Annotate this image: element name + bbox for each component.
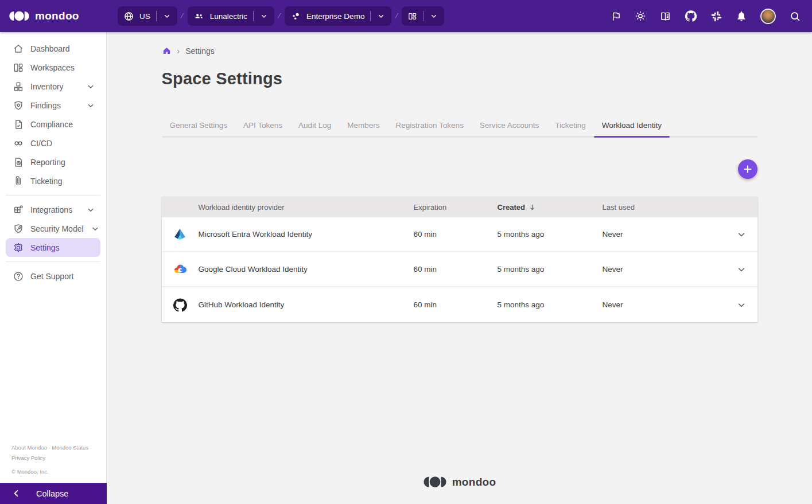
organization-icon [193, 10, 205, 22]
tab-ticketing[interactable]: Ticketing [547, 121, 594, 138]
last-used-value: Never [603, 300, 725, 309]
breadcrumb-home-icon[interactable] [162, 46, 172, 56]
breadcrumb-current: Settings [185, 46, 215, 56]
column-header-provider[interactable]: Workload identity provider [199, 203, 414, 212]
space-selector[interactable]: Enterprise Demo [285, 6, 391, 26]
tab-general-settings[interactable]: General Settings [162, 121, 236, 138]
sidebar-item-dashboard[interactable]: Dashboard [6, 39, 100, 58]
table-header-row: Workload identity provider Expiration Cr… [162, 197, 757, 217]
sidebar-item-workspaces[interactable]: Workspaces [6, 58, 100, 77]
shield-wrench-icon [13, 223, 24, 235]
shield-bug-icon [13, 100, 24, 111]
github-icon[interactable] [685, 10, 697, 22]
sidebar-footer: About Mondoo · Mondoo Status · Privacy P… [0, 443, 106, 483]
sidebar-item-findings[interactable]: Findings [6, 96, 100, 115]
expand-row-chevron-icon[interactable] [736, 264, 747, 275]
tab-api-tokens[interactable]: API Tokens [235, 121, 290, 138]
link-separator: · [90, 444, 92, 451]
sidebar-divider [6, 195, 100, 196]
workspace-grid-icon [407, 11, 417, 21]
sidebar-item-label: Workspaces [30, 63, 75, 72]
table-row-microsoft-entra[interactable]: Microsoft Entra Workload Identity 60 min… [162, 217, 757, 252]
brand-name: mondoo [35, 10, 79, 22]
pill-divider [370, 11, 371, 21]
sidebar-item-compliance[interactable]: Compliance [6, 115, 100, 134]
space-label: Enterprise Demo [306, 12, 364, 21]
chevron-left-icon [11, 489, 21, 498]
page-title: Space Settings [162, 69, 757, 88]
mondoo-status-link[interactable]: Mondoo Status [52, 444, 88, 451]
table-row-github[interactable]: GitHub Workload Identity 60 min 5 months… [162, 287, 757, 322]
chevron-down-icon [90, 224, 100, 234]
expiration-value: 60 min [414, 265, 498, 274]
about-mondoo-link[interactable]: About Mondoo [11, 444, 47, 451]
selector-separator: ⁄ [277, 12, 282, 20]
sidebar-item-ticketing[interactable]: Ticketing [6, 171, 100, 190]
expand-row-chevron-icon[interactable] [736, 299, 747, 311]
chevron-down-icon [86, 100, 96, 111]
sidebar-item-label: Settings [30, 243, 60, 252]
user-avatar[interactable] [760, 9, 776, 24]
slack-icon[interactable] [710, 10, 722, 22]
breadcrumb: › Settings [162, 46, 757, 56]
sidebar-item-security-model[interactable]: Security Model [6, 219, 100, 238]
mondoo-footer-logo-icon [423, 475, 447, 489]
tab-audit-log[interactable]: Audit Log [290, 121, 339, 138]
microsoft-entra-icon [173, 227, 187, 241]
tab-service-accounts[interactable]: Service Accounts [472, 121, 547, 138]
column-header-last-used[interactable]: Last used [603, 203, 725, 212]
search-icon[interactable] [789, 10, 801, 22]
sidebar-item-label: Security Model [30, 224, 84, 233]
sidebar-item-get-support[interactable]: Get Support [6, 267, 100, 286]
expiration-value: 60 min [414, 230, 498, 239]
selector-separator: ⁄ [394, 12, 399, 20]
tab-workload-identity[interactable]: Workload Identity [594, 121, 670, 138]
chevron-down-icon [259, 11, 269, 21]
column-header-created[interactable]: Created [498, 203, 603, 212]
sidebar-item-integrations[interactable]: Integrations [6, 200, 100, 219]
pill-divider [253, 11, 254, 21]
sidebar-item-settings[interactable]: Settings [6, 238, 100, 257]
region-selector[interactable]: US [118, 6, 177, 26]
column-header-expiration[interactable]: Expiration [414, 203, 498, 212]
settings-tabs: General Settings API Tokens Audit Log Me… [162, 121, 757, 138]
topbar-actions [611, 9, 812, 24]
sort-desc-icon [528, 203, 537, 212]
documentation-icon[interactable] [659, 10, 671, 22]
provider-name: Microsoft Entra Workload Identity [199, 230, 414, 239]
collapse-label: Collapse [36, 489, 68, 498]
copyright-text: © Mondoo, Inc. [11, 468, 95, 475]
plus-icon [742, 163, 753, 175]
chevron-down-icon [376, 11, 386, 21]
privacy-policy-link[interactable]: Privacy Policy [11, 455, 45, 461]
tab-members[interactable]: Members [339, 121, 387, 138]
inventory-icon [13, 81, 24, 92]
workload-identity-table: Workload identity provider Expiration Cr… [162, 197, 757, 322]
sidebar: Dashboard Workspaces Inventory Findings … [0, 32, 107, 483]
sidebar-divider [6, 261, 100, 262]
sidebar-item-label: Compliance [30, 120, 73, 129]
sidebar-item-label: CI/CD [30, 139, 52, 148]
mondoo-logo[interactable]: mondoo [0, 10, 107, 22]
help-circle-icon [13, 271, 24, 282]
notifications-icon[interactable] [736, 10, 747, 22]
created-value: 5 months ago [498, 300, 603, 309]
breadcrumb-separator: › [177, 46, 180, 56]
sidebar-item-cicd[interactable]: CI/CD [6, 134, 100, 153]
workspace-selector[interactable] [402, 6, 444, 26]
theme-light-icon[interactable] [635, 10, 646, 22]
space-icon [290, 11, 301, 22]
flag-icon[interactable] [611, 11, 621, 22]
sidebar-item-inventory[interactable]: Inventory [6, 77, 100, 96]
expand-row-chevron-icon[interactable] [736, 229, 747, 240]
provider-name: GitHub Workload Identity [199, 300, 414, 309]
organization-selector[interactable]: Lunalectric [188, 6, 274, 26]
expiration-value: 60 min [414, 300, 498, 309]
table-row-google-cloud[interactable]: Google Cloud Workload Identity 60 min 5 … [162, 252, 757, 287]
sidebar-item-reporting[interactable]: Reporting [6, 153, 100, 171]
add-workload-identity-button[interactable] [738, 159, 757, 179]
collapse-sidebar-button[interactable]: Collapse [0, 483, 107, 504]
tab-registration-tokens[interactable]: Registration Tokens [387, 121, 471, 138]
sidebar-item-label: Dashboard [30, 44, 70, 53]
github-provider-icon [173, 298, 188, 312]
